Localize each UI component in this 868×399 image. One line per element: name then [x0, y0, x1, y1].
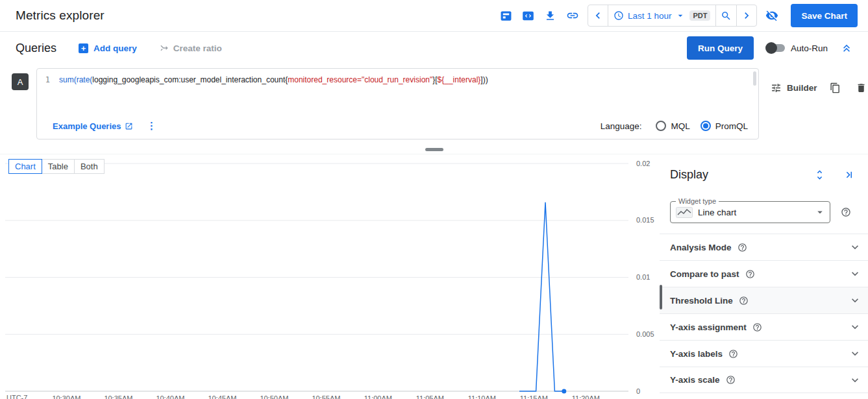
chevron-down-icon[interactable]: [849, 320, 862, 333]
display-header: Display: [660, 156, 868, 184]
run-query-button[interactable]: Run Query: [687, 36, 754, 60]
help-icon[interactable]: [752, 322, 762, 332]
chevron-down-icon[interactable]: [849, 347, 862, 360]
tab-chart[interactable]: Chart: [8, 159, 42, 174]
radio-icon: [656, 121, 666, 131]
chevron-down-icon[interactable]: [849, 374, 862, 387]
dashboard-icon[interactable]: [497, 6, 516, 25]
tab-table[interactable]: Table: [42, 159, 75, 174]
svg-text:0.02: 0.02: [636, 160, 650, 167]
chevron-down-icon[interactable]: [849, 241, 862, 254]
visibility-off-icon[interactable]: [762, 6, 782, 25]
delete-icon[interactable]: [854, 80, 868, 95]
section-y-axis-assignment[interactable]: Y-axis assignment: [660, 313, 868, 340]
editor-tools: Builder: [771, 80, 868, 95]
merge-icon: [159, 43, 169, 53]
svg-text:10:40AM: 10:40AM: [156, 394, 184, 399]
queries-bar: Queries + Add query Create ratio Run Que…: [0, 32, 868, 64]
toggle-knob: [765, 42, 777, 54]
add-query-button[interactable]: + Add query: [79, 43, 137, 53]
editor-footer: Example Queries ⋮ Language: MQLPromQL: [37, 113, 758, 139]
time-zoom-button[interactable]: [716, 5, 737, 26]
search-icon: [721, 10, 732, 21]
code-icon[interactable]: [519, 6, 538, 25]
panel-splitter: [0, 145, 868, 154]
display-panel: Display Widget type Line chart: [660, 154, 868, 399]
create-ratio-button[interactable]: Create ratio: [159, 43, 222, 53]
open-in-new-icon: [125, 122, 133, 130]
unfold-more-icon[interactable]: [810, 165, 829, 184]
editor-scrollbar[interactable]: [753, 71, 756, 86]
help-icon[interactable]: [726, 375, 736, 385]
query-editor: 1 sum(rate(logging_googleapis_com:user_m…: [36, 68, 759, 139]
timezone-badge: PDT: [689, 10, 710, 21]
section-threshold-line[interactable]: Threshold Line: [660, 287, 868, 313]
section-compare-to-past[interactable]: Compare to past: [660, 260, 868, 287]
metrics-chart[interactable]: 00.0050.010.0150.0210:30AM10:35AM10:40AM…: [0, 154, 660, 399]
svg-text:11:00AM: 11:00AM: [364, 394, 392, 399]
help-icon[interactable]: [739, 296, 749, 306]
section-analysis-mode[interactable]: Analysis Mode: [660, 234, 868, 260]
display-sections: Analysis ModeCompare to pastThreshold Li…: [660, 234, 868, 393]
chevron-down-icon[interactable]: [849, 294, 862, 307]
widget-type-help-icon[interactable]: [841, 207, 851, 217]
dropdown-arrow-icon: [675, 10, 686, 21]
language-radio-mql[interactable]: MQL: [656, 121, 689, 131]
clock-icon: [614, 10, 624, 21]
more-options-icon[interactable]: ⋮: [143, 120, 160, 132]
top-bar-actions: Last 1 hour PDT Save Chart: [497, 4, 858, 27]
download-icon[interactable]: [541, 6, 560, 25]
time-range-value: Last 1 hour: [628, 11, 672, 21]
section-y-axis-scale[interactable]: Y-axis scale: [660, 367, 868, 393]
display-title: Display: [670, 168, 708, 182]
line-chart-icon: [676, 207, 693, 218]
dropdown-arrow-icon: [814, 206, 826, 218]
resize-handle[interactable]: [425, 148, 443, 151]
query-section: A 1 sum(rate(logging_googleapis_com:user…: [0, 64, 868, 145]
svg-text:0.015: 0.015: [636, 216, 654, 224]
builder-button[interactable]: Builder: [771, 82, 817, 93]
utc-offset-label: UTC-7: [6, 394, 27, 399]
svg-text:11:15AM: 11:15AM: [520, 394, 548, 399]
chart-panel: 00.0050.010.0150.0210:30AM10:35AM10:40AM…: [0, 154, 660, 399]
svg-text:0.005: 0.005: [636, 330, 654, 338]
section-y-axis-labels[interactable]: Y-axis labels: [660, 340, 868, 367]
copy-icon[interactable]: [828, 80, 843, 95]
help-icon[interactable]: [738, 243, 747, 252]
code-area[interactable]: 1 sum(rate(logging_googleapis_com:user_m…: [37, 69, 758, 113]
top-bar: Metrics explorer Last 1 hour: [0, 0, 868, 32]
panel-scrollbar[interactable]: [660, 285, 662, 309]
help-icon[interactable]: [728, 349, 738, 359]
add-box-icon: +: [79, 43, 88, 53]
tab-both[interactable]: Both: [74, 159, 105, 174]
time-back-button[interactable]: [588, 5, 608, 26]
query-letter-badge: A: [12, 73, 29, 90]
chevron-down-icon[interactable]: [849, 267, 862, 280]
language-radio-promql[interactable]: PromQL: [701, 121, 748, 131]
query-code[interactable]: sum(rate(logging_googleapis_com:user_mod…: [59, 75, 488, 113]
widget-type-row: Widget type Line chart: [670, 201, 858, 223]
tune-icon: [771, 82, 782, 93]
svg-text:10:45AM: 10:45AM: [208, 394, 236, 399]
link-icon[interactable]: [563, 6, 582, 25]
auto-run-control: Auto-Run: [767, 43, 828, 53]
svg-text:10:35AM: 10:35AM: [104, 394, 132, 399]
time-forward-button[interactable]: [737, 5, 756, 26]
radio-icon: [701, 121, 711, 131]
widget-type-value: Line chart: [698, 208, 736, 217]
widget-type-select[interactable]: Widget type Line chart: [670, 201, 830, 223]
widget-type-label: Widget type: [676, 197, 719, 205]
content-area: 00.0050.010.0150.0210:30AM10:35AM10:40AM…: [0, 154, 868, 399]
save-chart-button[interactable]: Save Chart: [791, 4, 858, 27]
svg-text:10:55AM: 10:55AM: [312, 394, 340, 399]
language-selector: Language: MQLPromQL: [601, 121, 748, 131]
language-label: Language:: [601, 121, 642, 131]
queries-bar-right: Run Query Auto-Run: [687, 36, 856, 60]
svg-text:11:10AM: 11:10AM: [468, 394, 496, 399]
auto-run-toggle[interactable]: [767, 44, 785, 52]
collapse-panel-icon[interactable]: [838, 165, 858, 184]
time-range-selector[interactable]: Last 1 hour PDT: [608, 5, 717, 26]
collapse-queries-icon[interactable]: [837, 38, 856, 58]
help-icon[interactable]: [745, 269, 755, 279]
example-queries-link[interactable]: Example Queries: [53, 121, 133, 131]
